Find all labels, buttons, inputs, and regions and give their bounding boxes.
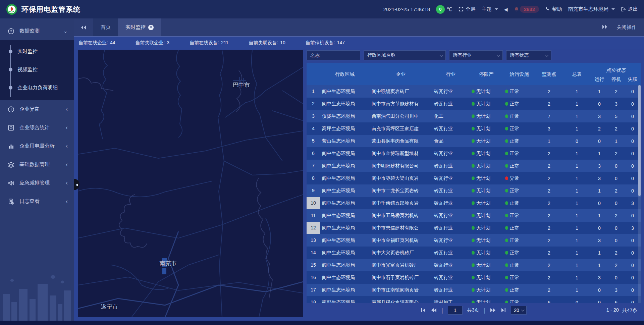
cell-run: 3 [591, 163, 608, 169]
table-row[interactable]: 6阆中生态环境局阆中市金博瑞新型墙材砖瓦行业无计划正常21120 [307, 147, 641, 160]
status-dot-green [505, 251, 508, 255]
status-dot-green [505, 201, 508, 205]
table-row[interactable]: 15阆中生态环境局阆中市光富页岩机砖厂砖瓦行业无计划正常21120 [307, 259, 641, 271]
cell-monitor: 2 [535, 263, 563, 268]
status-dot-green [505, 102, 508, 106]
sidebar-item-日志查看[interactable]: 日志查看‹ [0, 192, 74, 211]
layers-icon [7, 161, 15, 168]
logout-label: 退出 [628, 6, 638, 12]
theme-menu-button[interactable]: 主题 [482, 6, 498, 12]
sidebar-subitem-企业电力负荷明细[interactable]: 企业电力负荷明细 [0, 78, 74, 97]
close-operations-button[interactable]: 关闭操作 [616, 24, 637, 31]
sidebar-item-基础数据管理[interactable]: 基础数据管理‹ [0, 155, 74, 174]
status-dot-green [505, 139, 508, 143]
map-panel[interactable]: 巴中市南充市遂宁市 [78, 50, 303, 317]
row-index: 9 [307, 184, 320, 197]
cell-region: 仪陇生态环境局 [320, 113, 370, 119]
table-row[interactable]: 18南部生态环境局南部县砚化水泥有限公建材加工无计划正常60060 [307, 296, 641, 303]
table-row[interactable]: 3仪陇生态环境局西南油气田分公司川中化工无计划正常71350 [307, 110, 641, 122]
region-select[interactable]: 行政区域名称 [364, 50, 446, 60]
close-tab-icon[interactable]: ✕ [148, 25, 154, 30]
notifications-button[interactable]: 2632 [514, 6, 539, 13]
table-row[interactable]: 10阆中生态环境局阆中千佛镇五郎垭页岩砖瓦行业无计划正常21003 [307, 197, 641, 209]
mute-button[interactable]: ◀ [504, 7, 508, 12]
tabs-scroll-left-button[interactable] [74, 18, 93, 36]
map-pin-icon[interactable] [184, 98, 192, 106]
cell-stop: 无计划 [470, 175, 503, 181]
status-dot-green [472, 102, 475, 106]
pager-separator: | [484, 307, 486, 314]
table-row[interactable]: 16阆中生态环境局阆中市石子页岩机砖厂砖瓦行业无计划正常21300 [307, 271, 641, 284]
sidebar-item-企业综合统计[interactable]: 企业综合统计‹ [0, 118, 74, 137]
table-row[interactable]: 14阆中生态环境局阆中大兴页岩机砖厂砖瓦行业无计划正常21120 [307, 247, 641, 259]
map-pin-icon[interactable] [165, 112, 173, 120]
map-pin-icon[interactable] [144, 132, 151, 140]
help-button[interactable]: 帮助 [545, 6, 562, 12]
chevron-left-icon: ‹ [66, 106, 68, 113]
table-row[interactable]: 7阆中生态环境局阆中明阳建材有限公司砖瓦行业无计划正常21300 [307, 160, 641, 172]
cell-monitor: 2 [535, 201, 563, 206]
cell-halt: 3 [608, 101, 625, 107]
city-label-巴中市: 巴中市 [233, 81, 250, 89]
row-index: 17 [307, 284, 320, 296]
map-pin-icon[interactable] [216, 211, 224, 219]
map-pin-icon[interactable] [163, 267, 171, 274]
org-menu-button[interactable]: 南充市生态环境局 [568, 6, 615, 12]
fullscreen-button[interactable]: 全屏 [459, 6, 476, 12]
table-row[interactable]: 9阆中生态环境局阆中市二龙长宝页岩砖砖瓦行业无计划正常21120 [307, 184, 641, 197]
tab-home[interactable]: 首页 [93, 18, 118, 36]
stat-item: 当前失联企业:3 [135, 40, 169, 46]
logout-button[interactable]: 退出 [621, 6, 638, 12]
sidebar-subitem-实时监控[interactable]: 实时监控 [0, 42, 74, 60]
table-row[interactable]: 4高坪生态环境局南充市高坪区王家店建砖瓦行业无计划正常31220 [307, 122, 641, 135]
table-row[interactable]: 5营山生态环境局营山县润丰肉食品有限食品无计划正常10010 [307, 135, 641, 147]
table-row[interactable]: 13阆中生态环境局阆中市金福旺页岩机砖砖瓦行业无计划正常21300 [307, 234, 641, 247]
map-pin-icon[interactable] [132, 115, 140, 122]
sidebar-item-企业用电量分析[interactable]: 企业用电量分析‹ [0, 137, 74, 155]
sidebar-item-label: 企业综合统计 [19, 124, 66, 131]
sidebar-item-应急减排管理[interactable]: 应急减排管理‹ [0, 174, 74, 192]
status-text: 无计划 [476, 126, 490, 132]
page-number-input[interactable] [448, 306, 463, 315]
sidebar-subitem-视频监控[interactable]: 视频监控 [0, 60, 74, 78]
sidebar-item-数据监测[interactable]: 数据监测⌄ [0, 22, 74, 40]
cell-halt: 2 [608, 89, 625, 94]
last-page-button[interactable] [501, 308, 506, 313]
tab-realtime-monitor[interactable]: 实时监控 ✕ [118, 18, 161, 36]
table-row[interactable]: 11阆中生态环境局阆中市五马桥页岩机砖砖瓦行业无计划正常21120 [307, 209, 641, 222]
table-row[interactable]: 17阆中生态环境局阆中市江南镇阆南页岩砖瓦行业无计划正常21030 [307, 284, 641, 296]
status-dot-green [505, 114, 508, 118]
map-pin-icon[interactable] [147, 111, 154, 118]
industry-select[interactable]: 所有行业 [449, 50, 503, 60]
table-row[interactable]: 1阆中生态环境局阆中强锐页岩砖厂砖瓦行业无计划正常21120 [307, 85, 641, 98]
cell-meter: 1 [563, 225, 591, 231]
name-search-input[interactable] [307, 50, 360, 60]
row-index: 7 [307, 160, 320, 172]
sidebar-item-企业异常[interactable]: 企业异常‹ [0, 100, 74, 118]
map-pin-icon[interactable] [243, 150, 250, 158]
map-pin-icon[interactable] [143, 149, 151, 156]
map-pin-icon[interactable] [160, 128, 168, 135]
tabs-scroll-right-button[interactable] [602, 24, 608, 30]
table-scrollbar[interactable] [638, 85, 641, 303]
table-row[interactable]: 8阆中生态环境局阆中市枣碧大梁山页岩砖瓦行业无计划异常21300 [307, 172, 641, 184]
page-size-select[interactable]: 20 [511, 306, 527, 315]
map-pin-icon[interactable] [154, 151, 161, 159]
cell-monitor: 2 [535, 213, 563, 218]
table-scrollbar-thumb[interactable] [638, 85, 641, 196]
prev-page-button[interactable] [431, 308, 437, 313]
cell-facility: 正常 [503, 138, 535, 144]
next-page-button[interactable] [490, 308, 496, 313]
table-row[interactable]: 2阆中生态环境局阆中市南方节能建材有砖瓦行业无计划正常21030 [307, 98, 641, 110]
stats-bar: 当前在线企业:44当前失联企业:3当前在线设备:211当前失联设备:10当前停机… [74, 37, 644, 49]
first-page-button[interactable] [421, 308, 426, 313]
map-pin-icon[interactable] [159, 164, 167, 171]
cell-facility: 正常 [503, 262, 535, 268]
status-select[interactable]: 所有状态 [506, 50, 551, 60]
alert-icon [7, 106, 15, 113]
table-row[interactable]: 12阆中生态环境局阆中市忠信建材有限公砖瓦行业无计划正常21003 [307, 222, 641, 234]
double-chevron-left-icon [80, 25, 87, 30]
map-pin-icon[interactable] [119, 113, 126, 120]
col-industry-header: 行业 [432, 63, 470, 85]
map-pin-icon[interactable] [150, 128, 158, 135]
